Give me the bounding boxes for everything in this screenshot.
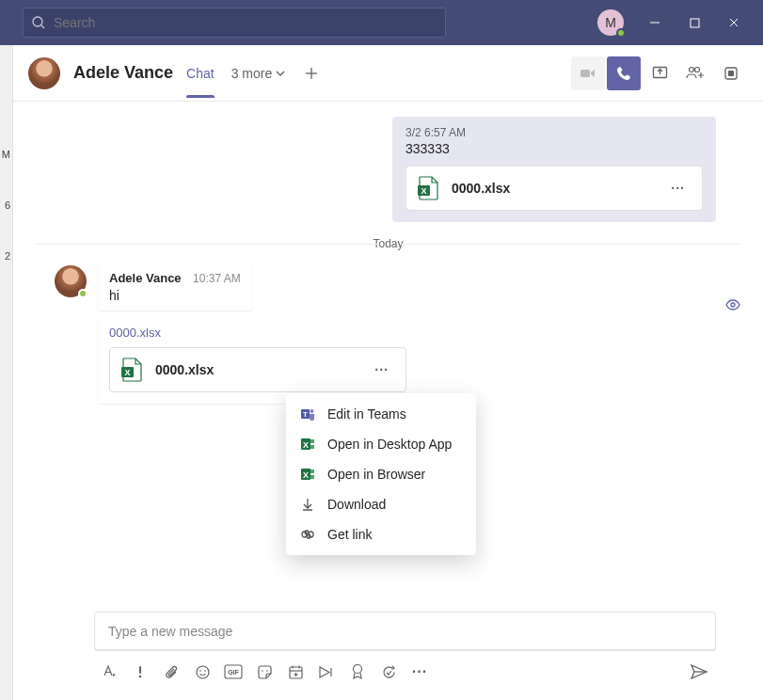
presence-indicator [616, 28, 626, 38]
menu-item-edit-in-teams[interactable]: T Edit in Teams [286, 399, 476, 429]
tabs-more-label: 3 more [231, 66, 273, 81]
title-bar: M [0, 0, 763, 45]
svg-point-48 [354, 665, 362, 674]
attachment-card[interactable]: X 0000.xlsx ··· [109, 347, 406, 392]
emoji-button[interactable] [187, 659, 217, 685]
svg-text:T: T [303, 410, 308, 419]
more-actions-button[interactable]: ··· [405, 659, 435, 685]
people-add-icon [686, 65, 705, 82]
menu-item-open-browser[interactable]: X Open in Browser [286, 459, 476, 489]
format-icon [101, 663, 118, 680]
attachment-more-button[interactable]: ··· [665, 177, 691, 199]
svg-point-0 [33, 17, 42, 26]
excel-file-icon: X [418, 176, 438, 200]
svg-point-34 [139, 676, 142, 678]
menu-item-label: Open in Desktop App [327, 437, 452, 452]
svg-rect-24 [310, 439, 314, 443]
svg-rect-29 [310, 475, 314, 479]
message-text: hi [109, 288, 241, 303]
add-people-button[interactable] [678, 56, 712, 90]
sent-message[interactable]: 3/2 6:57 AM 333333 X 0000.xlsx ··· [392, 117, 716, 222]
share-screen-icon [652, 65, 668, 81]
excel-icon: X [299, 466, 316, 483]
menu-item-open-desktop[interactable]: X Open in Desktop App [286, 429, 476, 459]
audio-call-button[interactable] [607, 56, 641, 90]
attachment-card[interactable]: X 0000.xlsx ··· [405, 166, 703, 211]
date-separator: Today [13, 237, 763, 250]
menu-item-download[interactable]: Download [286, 489, 476, 519]
quoted-attachment-block[interactable]: 0000.xlsx X 0000.xlsx ··· [98, 316, 418, 404]
tabs-more-dropdown[interactable]: 3 more [231, 66, 286, 81]
svg-point-16 [731, 303, 735, 307]
video-icon [580, 65, 596, 82]
rail-badge: M [0, 149, 12, 199]
svg-rect-3 [691, 19, 699, 27]
sticker-icon [257, 664, 273, 680]
svg-point-21 [310, 409, 314, 413]
badge-icon [350, 663, 365, 680]
praise-button[interactable] [342, 659, 373, 685]
message-input[interactable] [94, 612, 716, 651]
window-maximize-button[interactable] [675, 8, 714, 38]
video-call-button[interactable] [571, 56, 605, 90]
gif-icon: GIF [224, 664, 243, 679]
svg-text:X: X [421, 186, 426, 196]
tab-chat[interactable]: Chat [186, 66, 215, 98]
calendar-plus-icon [288, 664, 304, 680]
screen-share-button[interactable] [643, 56, 676, 90]
menu-item-label: Get link [327, 527, 372, 542]
window-close-button[interactable] [714, 8, 754, 38]
sender-avatar[interactable] [55, 265, 87, 297]
attachment-more-button[interactable]: ··· [369, 358, 394, 381]
svg-point-10 [690, 67, 694, 72]
add-tab-button[interactable] [296, 58, 326, 88]
menu-item-get-link[interactable]: Get link [286, 519, 476, 549]
search-input[interactable] [46, 15, 437, 30]
svg-text:X: X [124, 368, 130, 377]
rail-badge: 2 [0, 250, 12, 301]
excel-icon: X [299, 436, 316, 453]
svg-line-1 [41, 25, 44, 28]
svg-text:GIF: GIF [228, 669, 239, 676]
svg-text:X: X [303, 440, 309, 450]
menu-item-label: Edit in Teams [327, 406, 406, 422]
svg-point-11 [695, 67, 700, 72]
ellipsis-icon: ··· [412, 663, 427, 680]
current-user-avatar[interactable]: M [597, 9, 624, 36]
stream-button[interactable] [311, 659, 342, 685]
compose-toolbar: GIF ··· [94, 659, 716, 685]
left-rail: M 6 2 [0, 45, 13, 700]
search-box[interactable] [23, 8, 446, 38]
received-message[interactable]: Adele Vance 10:37 AM hi [98, 262, 252, 310]
paperclip-icon [164, 664, 180, 680]
format-button[interactable] [94, 659, 124, 685]
plus-icon [304, 66, 319, 81]
stream-icon [318, 665, 335, 679]
approvals-button[interactable] [374, 659, 404, 685]
gif-button[interactable]: GIF [218, 659, 248, 685]
menu-item-label: Open in Browser [327, 467, 425, 482]
schedule-meeting-button[interactable] [280, 659, 310, 685]
attachment-context-menu: T Edit in Teams X Open in Desktop App X … [286, 393, 476, 555]
read-receipt-icon [725, 299, 740, 310]
quoted-file-link[interactable]: 0000.xlsx [109, 326, 406, 340]
send-button[interactable] [682, 659, 716, 685]
sticker-button[interactable] [249, 659, 279, 685]
chevron-down-icon [276, 69, 285, 78]
phone-icon [616, 66, 631, 81]
svg-text:X: X [303, 470, 309, 480]
contact-avatar[interactable] [28, 57, 60, 89]
menu-item-label: Download [327, 497, 386, 512]
approvals-icon [381, 664, 397, 680]
message-text: 333333 [405, 141, 703, 156]
attach-button[interactable] [156, 659, 186, 685]
contact-name: Adele Vance [73, 63, 173, 83]
priority-button[interactable] [125, 659, 155, 685]
message-timestamp: 10:37 AM [193, 272, 241, 285]
download-icon [299, 496, 316, 513]
excel-file-icon: X [121, 358, 142, 382]
window-minimize-button[interactable] [635, 8, 675, 38]
compose-area: GIF ··· [94, 612, 716, 685]
popout-button[interactable] [714, 56, 748, 90]
received-message-row: Adele Vance 10:37 AM hi [13, 262, 763, 310]
